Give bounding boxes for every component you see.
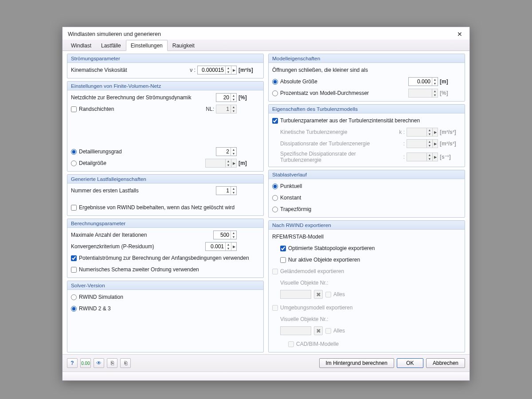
import-settings-icon[interactable]: ⎗	[120, 358, 131, 368]
tab-rauigkeit[interactable]: Rauigkeit	[168, 40, 200, 51]
convergence-input[interactable]: ▲▼ ▶	[205, 242, 237, 251]
tab-lastfaelle[interactable]: Lastfälle	[96, 40, 126, 51]
visual-objects-input-1	[280, 290, 311, 299]
detail-size-radio[interactable]: Detailgröße	[71, 160, 205, 166]
dialog-title: Windlasten simulieren und generieren	[68, 31, 161, 37]
memberload-constant-radio[interactable]: Konstant	[272, 195, 301, 201]
memberload-trapezoidal-radio[interactable]: Trapezförmig	[272, 206, 311, 212]
detail-size-input: ▲▼ ▶	[205, 159, 237, 168]
tab-panel-einstellungen: Strömungsparameter Kinematische Viskosit…	[63, 51, 469, 354]
group-member-load-distribution: Stablastverlauf Punktuell Konstant Trape…	[268, 170, 465, 218]
titlebar: Windlasten simulieren und generieren ✕	[63, 27, 469, 39]
solver-rwind-simulation-radio[interactable]: RWIND Simulation	[71, 294, 123, 300]
unit-label: [%]	[237, 94, 260, 101]
omega-symbol: :	[397, 154, 407, 160]
group-title: Generierte Lastfalleigenschaften	[67, 175, 263, 184]
delete-icon: ✖	[314, 326, 323, 335]
calculate-background-button[interactable]: Im Hintergrund berechnen	[319, 358, 394, 368]
group-title: Nach RWIND exportieren	[269, 221, 465, 230]
tab-windlast[interactable]: Windlast	[66, 40, 96, 51]
detail-level-radio[interactable]: Detaillierungsgrad	[71, 149, 216, 155]
unit-label: [m²/s³]	[438, 141, 461, 147]
mesh-density-input[interactable]: ▲▼	[216, 93, 237, 102]
absolute-size-input[interactable]: ▲▼	[408, 77, 438, 86]
dialog-window: Windlasten simulieren und generieren ✕ W…	[62, 27, 470, 381]
unit-label: [m]	[237, 160, 260, 166]
dialog-footer: ? 0.00 👁 ⎘ ⎗ Im Hintergrund berechnen OK…	[63, 354, 469, 372]
detail-level-input[interactable]: ▲▼	[216, 147, 237, 156]
left-column: Strömungsparameter Kinematische Viskosit…	[67, 54, 264, 352]
group-title: Solver-Version	[67, 281, 263, 290]
turb-eps-label: Dissipationsrate der Turbulenzenergie	[280, 141, 397, 147]
kinematic-viscosity-input[interactable]: ▲▼ ▶	[197, 66, 237, 74]
optimized-topology-checkbox[interactable]: Optimierte Stabtopologie exportieren	[280, 245, 375, 251]
potential-flow-checkbox[interactable]: Potentialströmung zur Berechnung der Anf…	[71, 255, 249, 261]
turb-omega-input: ▲▼▶	[407, 153, 438, 161]
boundary-layers-checkbox[interactable]: Randschichten	[71, 106, 203, 112]
turb-eps-input: ▲▼▶	[407, 139, 438, 148]
group-export-rwind: Nach RWIND exportieren RFEM/RSTAB-Modell…	[268, 220, 465, 352]
eps-symbol: :	[397, 141, 407, 147]
all-checkbox-2: Alles	[325, 328, 345, 334]
group-title: Einstellungen von Finite-Volumen-Netz	[67, 82, 263, 90]
units-icon[interactable]: 0.00	[80, 358, 91, 368]
first-loadcase-label: Nummer des ersten Lastfalls	[71, 188, 216, 194]
keep-results-checkbox[interactable]: Ergebnisse von RWIND beibehalten, wenn d…	[71, 204, 235, 211]
second-order-checkbox[interactable]: Numerisches Schema zweiter Ordnung verwe…	[71, 266, 199, 273]
kinematic-viscosity-label: Kinematische Viskosität	[71, 67, 188, 73]
max-iterations-input[interactable]: ▲▼	[213, 231, 237, 239]
close-openings-label: Öffnungen schließen, die kleiner sind al…	[272, 67, 368, 73]
rfem-rstab-label: RFEM/RSTAB-Modell	[272, 234, 324, 240]
cancel-button[interactable]: Abbrechen	[426, 358, 465, 368]
percentage-input: ▲▼	[408, 89, 438, 98]
turb-omega-label: Spezifische Dissipationsrate der Turbule…	[280, 151, 397, 163]
export-settings-icon[interactable]: ⎘	[107, 358, 117, 368]
group-model-properties: Modelleigenschaften Öffnungen schließen,…	[268, 54, 465, 102]
nl-input: ▲▼	[216, 105, 237, 113]
group-generated-loadcase: Generierte Lastfalleigenschaften Nummer …	[67, 174, 264, 216]
group-title: Modelleigenschaften	[269, 54, 465, 63]
group-title: Stablastverlauf	[269, 170, 465, 179]
convergence-label: Konvergenzkriterium (P-Residuum)	[71, 243, 205, 250]
solver-rwind-23-radio[interactable]: RWIND 2 & 3	[71, 305, 111, 312]
ok-button[interactable]: OK	[397, 358, 423, 368]
delete-icon: ✖	[314, 290, 323, 299]
tab-einstellungen[interactable]: Einstellungen	[126, 40, 168, 51]
active-objects-only-checkbox[interactable]: Nur aktive Objekte exportieren	[280, 257, 360, 263]
group-title: Eigenschaften des Turbulenzmodells	[269, 105, 465, 113]
eye-icon[interactable]: 👁	[94, 358, 104, 368]
unit-label: [m]	[438, 78, 461, 85]
unit-label: [s⁻¹]	[438, 154, 461, 160]
tab-strip: Windlast Lastfälle Einstellungen Rauigke…	[63, 39, 469, 51]
unit-label: [m²/s²]	[438, 129, 461, 135]
group-solver-version: Solver-Version RWIND Simulation RWIND 2 …	[67, 281, 264, 352]
nl-label: NL:	[203, 106, 216, 112]
turb-from-intensity-checkbox[interactable]: Turbulenzparameter aus der Turbulenzinte…	[272, 117, 420, 124]
status-bar	[63, 372, 469, 380]
environment-model-checkbox: Umgebungsmodell exportieren	[272, 305, 352, 311]
turb-k-input: ▲▼▶	[407, 128, 438, 137]
k-symbol: k :	[397, 129, 407, 135]
help-icon[interactable]: ?	[67, 358, 78, 368]
visual-objects-label-1: Visuelle Objekte Nr.:	[272, 278, 461, 287]
visual-objects-label-2: Visuelle Objekte Nr.:	[272, 315, 461, 324]
max-iterations-label: Maximale Anzahl der Iterationen	[71, 232, 213, 238]
mesh-density-label: Netzdichte zur Berechnung der Strömungsd…	[71, 94, 216, 101]
group-calculation-parameters: Berechnungsparameter Maximale Anzahl der…	[67, 219, 264, 278]
absolute-size-radio[interactable]: Absolute Größe	[272, 78, 408, 85]
group-title: Berechnungsparameter	[67, 219, 263, 228]
turb-k-label: Kinetische Turbulenzenergie	[280, 129, 397, 135]
close-icon[interactable]: ✕	[455, 31, 464, 38]
group-turbulence-model: Eigenschaften des Turbulenzmodells Turbu…	[268, 104, 465, 167]
group-title: Strömungsparameter	[67, 54, 263, 63]
unit-label: [%]	[438, 90, 461, 96]
visual-objects-input-2	[280, 326, 311, 335]
group-flow-parameters: Strömungsparameter Kinematische Viskosit…	[67, 54, 264, 78]
nu-symbol: ν :	[188, 67, 197, 73]
all-checkbox-1: Alles	[325, 291, 345, 297]
first-loadcase-input[interactable]: ▲▼	[216, 186, 237, 195]
right-column: Modelleigenschaften Öffnungen schließen,…	[268, 54, 465, 352]
unit-label: [m²/s]	[237, 67, 260, 73]
memberload-point-radio[interactable]: Punktuell	[272, 183, 302, 189]
percentage-radio[interactable]: Prozentsatz von Modell-Durchmesser	[272, 90, 408, 96]
